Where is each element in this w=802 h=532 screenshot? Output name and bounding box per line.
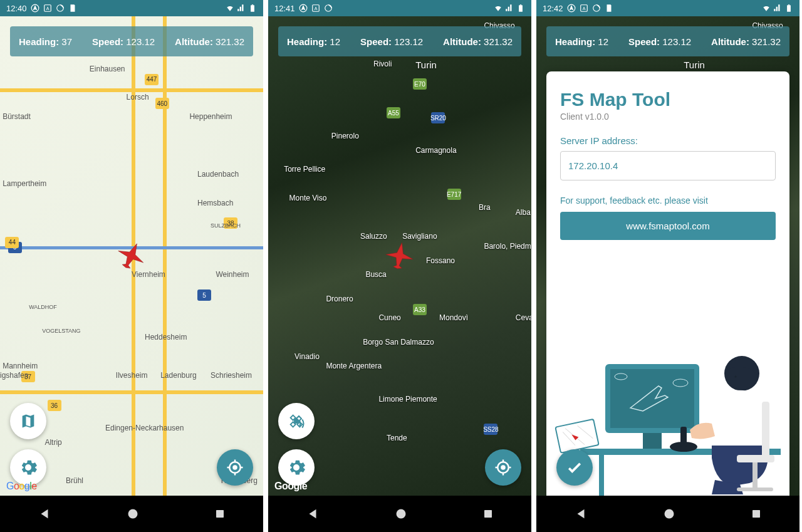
android-nav-bar	[536, 496, 799, 532]
svg-rect-9	[216, 510, 224, 518]
svg-rect-28	[599, 455, 604, 496]
locate-button[interactable]	[485, 449, 521, 486]
svg-point-16	[294, 419, 299, 424]
map-screen[interactable]: 447 460 38 6 5 44 37 36 Einhausen Lorsch…	[0, 16, 263, 496]
nav-icon	[31, 4, 39, 13]
settings-screen: Chivasso Turin Heading: 12 Speed: 123.12…	[536, 16, 799, 496]
map-type-button[interactable]	[10, 403, 46, 439]
google-logo: Google	[274, 481, 307, 492]
phone-screenshot-3: 12:42 A Chivasso Turin Heading: 12 Speed…	[536, 0, 799, 532]
svg-point-19	[397, 509, 406, 519]
telemetry-bar: Heading: 12 Speed: 123.12 Altitude: 321.…	[278, 26, 521, 56]
svg-rect-14	[519, 5, 523, 11]
circle-icon	[592, 4, 601, 13]
svg-rect-41	[753, 462, 758, 488]
svg-point-6	[232, 465, 237, 470]
home-button[interactable]	[395, 508, 407, 520]
ip-input[interactable]	[560, 151, 776, 180]
satellite-icon	[286, 411, 306, 431]
svg-point-17	[501, 465, 506, 470]
nav-icon	[299, 4, 308, 13]
signal-icon	[773, 4, 782, 13]
telemetry-bar: Heading: 12 Speed: 123.12 Altitude: 321.…	[546, 26, 789, 56]
wifi-icon	[762, 4, 771, 13]
svg-rect-20	[484, 510, 492, 518]
svg-point-38	[735, 376, 737, 378]
locate-button[interactable]	[217, 449, 253, 486]
sd-icon	[605, 4, 613, 13]
map-icon	[19, 412, 37, 430]
svg-rect-30	[610, 369, 694, 428]
crosshair-icon	[226, 458, 244, 477]
svg-point-43	[665, 509, 674, 519]
sd-icon	[68, 4, 77, 13]
battery-icon	[248, 4, 257, 13]
recents-button[interactable]	[214, 508, 226, 519]
svg-rect-44	[753, 510, 760, 518]
svg-rect-4	[251, 5, 254, 11]
back-button[interactable]	[38, 507, 51, 521]
svg-text:A: A	[46, 6, 49, 11]
svg-rect-15	[520, 4, 521, 5]
svg-rect-25	[787, 5, 791, 11]
battery-icon	[516, 4, 525, 13]
signal-icon	[505, 4, 514, 13]
status-bar: 12:40 A	[0, 0, 263, 16]
letter-icon: A	[580, 4, 588, 13]
map-screen[interactable]: Chivasso Turin Rivoli Pinerolo Carmagnol…	[268, 16, 531, 496]
app-title: FS Map Tool	[560, 89, 776, 110]
aircraft-marker	[384, 239, 415, 273]
svg-rect-42	[737, 488, 773, 491]
wifi-icon	[494, 4, 503, 13]
battery-icon	[784, 4, 793, 13]
clock: 12:42	[543, 4, 563, 13]
svg-rect-39	[762, 402, 769, 458]
phone-screenshot-2: 12:41 A Chivasso Turin Rivoli Pinerolo C…	[268, 0, 531, 532]
android-nav-bar	[268, 496, 531, 532]
website-button[interactable]: www.fsmaptool.com	[560, 212, 776, 240]
svg-point-8	[128, 509, 138, 519]
settings-panel: FS Map Tool Client v1.0.0 Server IP addr…	[546, 71, 789, 496]
map-type-button[interactable]	[278, 403, 315, 439]
telemetry-bar: Heading: 37 Speed: 123.12 Altitude: 321.…	[10, 26, 253, 56]
signal-icon	[237, 4, 246, 13]
circle-icon	[324, 4, 333, 13]
svg-text:A: A	[314, 6, 317, 11]
svg-text:A: A	[582, 6, 585, 11]
circle-icon	[56, 4, 65, 13]
ip-label: Server IP address:	[560, 135, 776, 146]
svg-rect-34	[555, 419, 598, 453]
svg-rect-31	[643, 433, 662, 449]
letter-icon: A	[311, 4, 320, 13]
support-text: For support, feedback etc. please visit	[560, 196, 776, 206]
version-label: Client v1.0.0	[560, 112, 776, 122]
gear-icon	[287, 458, 306, 477]
google-logo: Google	[6, 481, 37, 492]
svg-rect-40	[737, 455, 774, 462]
check-icon	[565, 458, 584, 477]
confirm-button[interactable]	[556, 449, 593, 486]
wifi-icon	[226, 4, 234, 13]
status-bar: 12:42 A	[536, 0, 799, 16]
home-button[interactable]	[127, 508, 139, 520]
back-button[interactable]	[306, 507, 320, 521]
crosshair-icon	[494, 458, 513, 477]
recents-button[interactable]	[751, 508, 762, 519]
gear-icon	[19, 458, 38, 477]
android-nav-bar	[0, 496, 263, 532]
recents-button[interactable]	[482, 508, 494, 519]
clock: 12:40	[6, 4, 27, 13]
back-button[interactable]	[574, 507, 588, 521]
aircraft-marker	[116, 239, 147, 273]
phone-screenshot-1: 12:40 A 447 460 38 6 5 44 37 36 Einh	[0, 0, 263, 532]
svg-rect-26	[788, 4, 789, 5]
status-bar: 12:41 A	[268, 0, 531, 16]
clock: 12:41	[274, 4, 295, 13]
nav-icon	[567, 4, 576, 13]
svg-rect-36	[680, 427, 687, 447]
home-button[interactable]	[663, 508, 675, 520]
svg-rect-5	[252, 4, 253, 5]
letter-icon: A	[43, 4, 52, 13]
